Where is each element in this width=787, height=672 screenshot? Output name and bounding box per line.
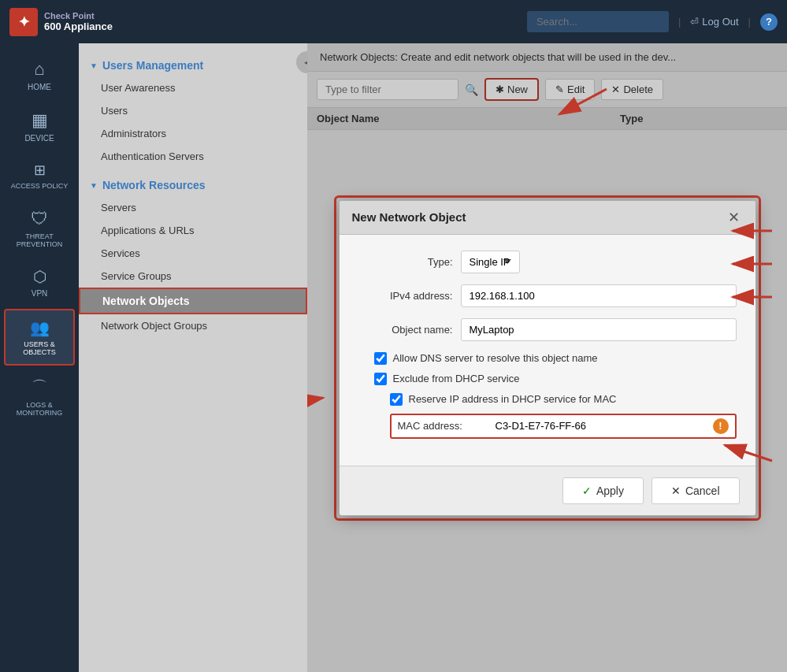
threat-icon: 🛡 xyxy=(31,209,48,229)
secondary-sidebar: ◀ ▼ Users Management User Awareness User… xyxy=(79,43,307,672)
logs-icon: ⌒ xyxy=(32,377,47,398)
content-area: Network Objects: Create and edit network… xyxy=(307,43,787,672)
mac-label: MAC address: xyxy=(398,420,492,432)
logout-icon: ⏎ xyxy=(690,16,699,28)
menu-item-user-awareness[interactable]: User Awareness xyxy=(79,76,307,99)
top-bar-actions: | ⏎ Log Out | ? xyxy=(678,13,778,31)
type-label: Type: xyxy=(358,256,453,268)
cancel-x-icon: ✕ xyxy=(671,485,681,497)
sidebar-item-access-policy[interactable]: ⊞ ACCESS POLICY xyxy=(4,154,75,198)
dialog-title: New Network Object xyxy=(352,210,466,224)
network-resources-header[interactable]: ▼ Network Resources xyxy=(79,174,307,196)
sidebar-item-vpn[interactable]: ⬡ VPN xyxy=(4,259,75,306)
menu-item-service-groups[interactable]: Service Groups xyxy=(79,265,307,288)
menu-item-servers[interactable]: Servers xyxy=(79,196,307,219)
logo-icon: ✦ xyxy=(9,8,38,36)
arrow-icon: ▼ xyxy=(90,61,98,70)
type-select-wrapper: Single IP Network Range Group xyxy=(461,251,737,273)
object-name-row: Object name: xyxy=(358,318,737,341)
sidebar-item-users-objects[interactable]: 👥 USERS & OBJECTS xyxy=(4,309,75,366)
reserve-ip-label: Reserve IP address in DHCP service for M… xyxy=(409,393,617,405)
users-management-section: ▼ Users Management User Awareness Users … xyxy=(79,51,307,171)
main-layout: ⌂ HOME ▦ DEVICE ⊞ ACCESS POLICY 🛡 THREAT… xyxy=(0,43,787,672)
help-icon[interactable]: ? xyxy=(760,13,778,31)
apply-button[interactable]: ✓ Apply xyxy=(562,477,644,504)
arrow-icon2: ▼ xyxy=(90,181,98,190)
separator2: | xyxy=(748,16,751,28)
sidebar-item-home[interactable]: ⌂ HOME xyxy=(4,51,75,99)
separator: | xyxy=(678,16,681,28)
network-resources-section: ▼ Network Resources Servers Applications… xyxy=(79,171,307,340)
type-row: Type: Single IP Network Range Group xyxy=(358,251,737,273)
exclude-dhcp-label: Exclude from DHCP service xyxy=(393,373,520,384)
object-name-label: Object name: xyxy=(358,324,453,336)
users-management-header[interactable]: ▼ Users Management xyxy=(79,54,307,76)
dialog-close-button[interactable]: ✕ xyxy=(725,209,743,226)
menu-item-network-objects[interactable]: Network Objects xyxy=(79,288,307,314)
reserve-ip-row: Reserve IP address in DHCP service for M… xyxy=(358,393,737,406)
vpn-icon: ⬡ xyxy=(33,267,46,286)
sidebar-item-logs-monitoring[interactable]: ⌒ LOGS & MONITORING xyxy=(4,369,75,425)
ipv4-row: IPv4 address: xyxy=(358,284,737,307)
top-search-input[interactable] xyxy=(527,11,669,32)
device-icon: ▦ xyxy=(32,110,48,131)
menu-item-auth-servers[interactable]: Authentication Servers xyxy=(79,145,307,168)
exclude-dhcp-checkbox[interactable] xyxy=(374,373,387,385)
app-title: Check Point 600 Appliance xyxy=(44,11,113,32)
type-select[interactable]: Single IP Network Range Group xyxy=(461,251,520,273)
users-icon: 👥 xyxy=(30,318,50,337)
sidebar: ⌂ HOME ▦ DEVICE ⊞ ACCESS POLICY 🛡 THREAT… xyxy=(0,43,79,672)
dialog-title-bar: New Network Object ✕ xyxy=(340,201,755,235)
object-name-input[interactable] xyxy=(461,318,737,341)
warning-icon: ! xyxy=(713,418,729,434)
app-logo: ✦ Check Point 600 Appliance xyxy=(9,8,113,36)
sidebar-item-threat-prevention[interactable]: 🛡 THREAT PREVENTION xyxy=(4,201,75,256)
menu-item-administrators[interactable]: Administrators xyxy=(79,122,307,145)
ipv4-label: IPv4 address: xyxy=(358,290,453,302)
logout-link[interactable]: ⏎ Log Out xyxy=(690,16,738,28)
dialog-overlay: New Network Object ✕ Type: Single IP Net… xyxy=(307,43,787,672)
menu-item-users[interactable]: Users xyxy=(79,99,307,122)
access-policy-icon: ⊞ xyxy=(34,162,46,179)
allow-dns-checkbox[interactable] xyxy=(374,352,387,365)
dialog-body: Type: Single IP Network Range Group xyxy=(340,235,755,466)
home-icon: ⌂ xyxy=(34,59,44,80)
cancel-button[interactable]: ✕ Cancel xyxy=(652,477,740,504)
sidebar-item-device[interactable]: ▦ DEVICE xyxy=(4,102,75,150)
menu-item-network-object-groups[interactable]: Network Object Groups xyxy=(79,314,307,337)
exclude-dhcp-row: Exclude from DHCP service xyxy=(358,373,737,385)
allow-dns-label: Allow DNS server to resolve this object … xyxy=(393,352,598,364)
dialog-footer: ✓ Apply ✕ Cancel xyxy=(340,466,755,515)
menu-item-applications-urls[interactable]: Applications & URLs xyxy=(79,219,307,242)
allow-dns-row: Allow DNS server to resolve this object … xyxy=(358,352,737,365)
mac-address-row: MAC address: ! xyxy=(390,414,737,439)
check-icon: ✓ xyxy=(582,485,592,497)
mac-input[interactable] xyxy=(492,418,713,433)
menu-item-services[interactable]: Services xyxy=(79,242,307,265)
ipv4-input[interactable] xyxy=(461,284,737,307)
reserve-ip-checkbox[interactable] xyxy=(390,393,403,406)
top-bar: ✦ Check Point 600 Appliance | ⏎ Log Out … xyxy=(0,0,787,43)
new-network-object-dialog: New Network Object ✕ Type: Single IP Net… xyxy=(339,200,756,516)
